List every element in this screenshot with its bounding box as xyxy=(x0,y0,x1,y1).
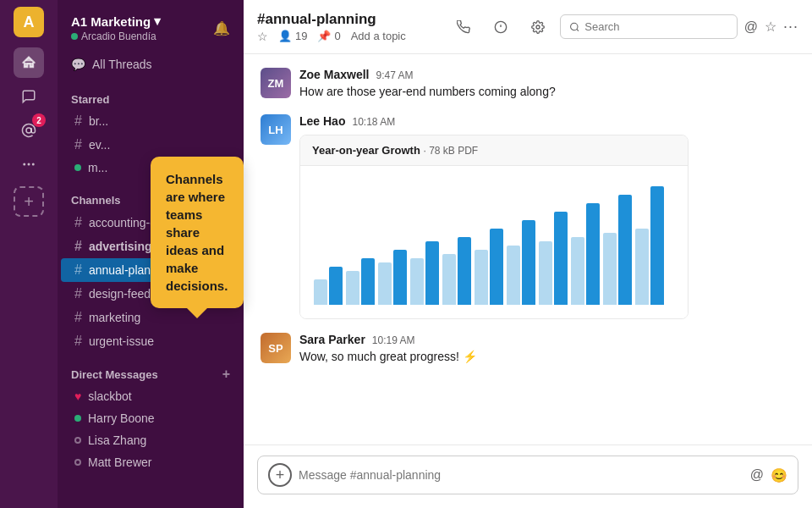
hash-icon: # xyxy=(74,215,82,230)
add-attachment-btn[interactable]: + xyxy=(268,463,292,487)
chart-area xyxy=(300,166,688,318)
hash-icon: # xyxy=(74,113,82,129)
message-text: How are those year-end numbers coming al… xyxy=(299,83,795,101)
bar-group xyxy=(635,186,664,305)
messages-area: ZM Zoe Maxwell 9:47 AM How are those yea… xyxy=(244,54,812,444)
settings-gear-icon-btn[interactable] xyxy=(523,12,553,42)
search-icon xyxy=(569,21,580,33)
hash-icon: # xyxy=(74,334,82,349)
sidebar-item-slackbot[interactable]: ♥ slackbot xyxy=(61,385,240,407)
bar-dark xyxy=(329,267,343,305)
bar-dark xyxy=(393,250,407,305)
bar-light xyxy=(635,229,649,305)
bar-light xyxy=(571,237,584,305)
message-lee: LH Lee Hao 10:18 AM Year-on-year Growth … xyxy=(261,114,795,319)
channels-tooltip: Channels are where teams share ideas and… xyxy=(151,157,244,308)
sidebar-item-marketing[interactable]: # marketing xyxy=(61,306,240,329)
channel-title-area: #annual-planning ☆ 👤 19 📌 0 Add a topic xyxy=(257,11,406,43)
attachment-header: Year-on-year Growth · 78 kB PDF xyxy=(300,135,688,166)
message-body-sara: Sara Parker 10:19 AM Wow, so much great … xyxy=(299,333,795,366)
chevron-down-icon: ▾ xyxy=(154,14,161,29)
sidebar-item-starred-1[interactable]: # br... xyxy=(61,109,240,133)
at-input-icon[interactable]: @ xyxy=(750,467,764,483)
avatar-sara: SP xyxy=(261,333,291,363)
message-author: Lee Hao xyxy=(299,114,345,128)
sidebar-item-urgent-issue[interactable]: # urgent-issue xyxy=(61,329,240,353)
bar-light xyxy=(346,271,359,305)
info-icon-btn[interactable] xyxy=(486,12,516,42)
more-icon-btn[interactable] xyxy=(14,149,44,179)
message-author: Sara Parker xyxy=(299,333,365,346)
online-indicator xyxy=(74,415,81,422)
channel-name: #annual-planning xyxy=(257,11,406,28)
sidebar-wrapper: A1 Marketing ▾ Arcadio Buendía 🔔 💬 All T… xyxy=(58,0,244,508)
bar-dark xyxy=(554,212,568,305)
mentions-icon-btn[interactable]: 2 xyxy=(14,115,44,146)
svg-point-1 xyxy=(23,163,25,166)
avatar-zoe: ZM xyxy=(261,68,291,98)
pin-icon: 📌 xyxy=(317,30,331,42)
sidebar-item-starred-2[interactable]: # ev... xyxy=(61,133,240,157)
svg-point-7 xyxy=(536,25,540,29)
bar-dark xyxy=(490,229,503,305)
workspace-name[interactable]: A1 Marketing ▾ xyxy=(71,14,161,29)
sidebar-item-harry-boone[interactable]: Harry Boone xyxy=(61,407,240,429)
star-channel-icon[interactable]: ☆ xyxy=(257,30,268,43)
at-mention-icon-btn[interactable]: @ xyxy=(744,19,758,35)
bar-dark xyxy=(458,237,471,305)
search-box[interactable] xyxy=(560,14,738,39)
bar-group xyxy=(603,195,632,305)
bar-dark xyxy=(650,186,664,305)
notifications-bell-icon[interactable]: 🔔 xyxy=(213,20,230,36)
workspace-icon[interactable]: A xyxy=(14,7,44,37)
bar-dark xyxy=(361,258,375,305)
star-icon-btn[interactable]: ☆ xyxy=(765,19,776,35)
message-author: Zoe Maxwell xyxy=(299,68,369,81)
file-attachment[interactable]: Year-on-year Growth · 78 kB PDF xyxy=(299,135,689,319)
hash-icon: # xyxy=(74,310,82,325)
add-workspace-btn[interactable]: + xyxy=(14,186,44,217)
home-icon-btn[interactable] xyxy=(14,47,44,78)
offline-indicator xyxy=(74,437,81,444)
channel-header: #annual-planning ☆ 👤 19 📌 0 Add a topic xyxy=(244,0,812,54)
all-threads-label: All Threads xyxy=(92,58,152,71)
more-options-icon-btn[interactable]: ··· xyxy=(783,18,798,36)
phone-icon-btn[interactable] xyxy=(448,12,479,42)
message-input-area: + @ 😊 xyxy=(244,444,812,508)
bar-light xyxy=(410,258,424,305)
emoji-icon[interactable]: 😊 xyxy=(771,467,787,483)
bar-group xyxy=(346,258,375,305)
message-time: 10:19 AM xyxy=(372,334,415,346)
header-actions: @ ☆ ··· xyxy=(448,12,798,42)
bar-group xyxy=(539,212,568,305)
message-zoe: ZM Zoe Maxwell 9:47 AM How are those yea… xyxy=(261,68,795,101)
people-icon: 👤 xyxy=(278,30,292,42)
message-time: 9:47 AM xyxy=(376,69,413,81)
message-text: Wow, so much great progress! ⚡ xyxy=(299,348,795,366)
online-indicator xyxy=(74,164,81,171)
message-sara: SP Sara Parker 10:19 AM Wow, so much gre… xyxy=(261,333,795,366)
sidebar-item-lisa-zhang[interactable]: Lisa Zhang xyxy=(61,429,240,451)
search-input[interactable] xyxy=(584,20,727,33)
bar-group xyxy=(378,250,407,305)
member-count[interactable]: 👤 19 xyxy=(278,30,307,42)
bar-dark xyxy=(618,195,632,305)
message-time: 10:18 AM xyxy=(352,116,395,128)
main-content: #annual-planning ☆ 👤 19 📌 0 Add a topic xyxy=(244,0,812,508)
all-threads-item[interactable]: 💬 All Threads xyxy=(58,49,244,80)
message-input-field[interactable] xyxy=(299,468,743,482)
bar-light xyxy=(475,250,488,305)
svg-point-2 xyxy=(28,163,30,166)
message-header-lee: Lee Hao 10:18 AM xyxy=(299,114,795,128)
bar-dark xyxy=(522,220,535,305)
dm-icon-btn[interactable] xyxy=(14,81,44,112)
pin-count[interactable]: 📌 0 xyxy=(317,30,340,42)
dm-section-header[interactable]: Direct Messages + xyxy=(58,353,244,385)
avatar-lee: LH xyxy=(261,114,291,145)
add-topic[interactable]: Add a topic xyxy=(351,30,406,42)
bar-group xyxy=(314,267,343,305)
message-header-zoe: Zoe Maxwell 9:47 AM xyxy=(299,68,795,81)
app-icons-column: A 2 + xyxy=(0,0,58,508)
add-dm-icon[interactable]: + xyxy=(222,367,230,382)
sidebar-item-matt-brewer[interactable]: Matt Brewer xyxy=(61,451,240,473)
